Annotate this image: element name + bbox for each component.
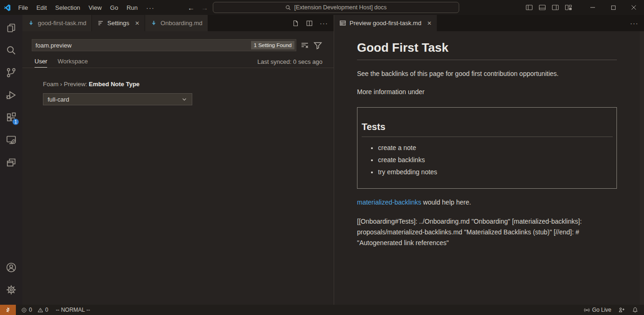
nav-forward-icon[interactable]: → <box>201 4 208 12</box>
last-synced-label: Last synced: 0 secs ago <box>258 58 322 68</box>
vscode-window: File Edit Selection View Go Run ··· ← → … <box>0 0 644 315</box>
embedded-note-list: create a note create backlinks try embed… <box>362 144 613 177</box>
embed-note-type-select[interactable]: full-card <box>43 93 192 105</box>
extensions-icon[interactable]: 1 <box>0 106 22 129</box>
link-references-paragraph: [[Onboarding#Tests]: ../Onboarding.md "O… <box>357 216 617 248</box>
materialized-backlinks-link[interactable]: materialized-backlinks <box>357 199 421 206</box>
menu-selection[interactable]: Selection <box>51 0 84 15</box>
select-value: full-card <box>48 96 69 103</box>
toggle-sidebar-icon[interactable] <box>525 4 533 11</box>
settings-editor: 1 Setting Found User Workspace Last sync… <box>22 31 334 305</box>
menu-file[interactable]: File <box>14 0 32 15</box>
editor-windows-icon[interactable] <box>0 151 22 173</box>
scope-tab-workspace[interactable]: Workspace <box>57 58 88 68</box>
command-center-label: [Extension Development Host] docs <box>294 4 386 11</box>
preview-title: Good First Task <box>357 41 617 55</box>
activity-bar: 1 <box>0 15 22 305</box>
setting-embed-note-type: Foam › Preview: Embed Note Type full-car… <box>22 68 334 105</box>
menu-go[interactable]: Go <box>106 0 122 15</box>
settings-found-badge: 1 Setting Found <box>251 41 294 49</box>
editor-group-left: good-first-task.md Settings ✕ Onboarding… <box>22 15 334 305</box>
menu-view[interactable]: View <box>84 0 106 15</box>
preview-link-paragraph: materialized-backlinks would help here. <box>357 198 617 207</box>
clear-search-icon[interactable] <box>300 41 309 50</box>
warning-count: 0 <box>45 307 49 313</box>
tab-bar-left: good-first-task.md Settings ✕ Onboarding… <box>22 15 334 31</box>
command-center-search[interactable]: [Extension Development Host] docs <box>213 2 459 13</box>
remote-indicator[interactable] <box>0 305 16 315</box>
setting-name: Embed Note Type <box>89 81 140 88</box>
tab-settings[interactable]: Settings ✕ <box>92 15 145 31</box>
embedded-note-card: Tests create a note create backlinks try… <box>357 107 617 189</box>
vscode-logo-icon <box>0 4 14 12</box>
split-editor-icon[interactable] <box>306 20 313 27</box>
filter-icon[interactable] <box>313 41 322 50</box>
close-tab-icon[interactable]: ✕ <box>427 20 432 27</box>
markdown-file-icon <box>28 20 35 27</box>
preview-paragraph: More information under <box>357 87 617 96</box>
embedded-note-title: Tests <box>362 122 613 132</box>
heading-rule <box>357 60 617 60</box>
close-tab-icon[interactable]: ✕ <box>135 20 140 27</box>
minimize-button[interactable] <box>582 0 603 15</box>
search-sidebar-icon[interactable] <box>0 39 22 62</box>
toggle-secondary-sidebar-icon[interactable] <box>552 4 559 11</box>
link-suffix-text: would help here. <box>421 199 471 206</box>
list-item: try embedding notes <box>378 168 613 177</box>
maximize-button[interactable] <box>603 0 623 15</box>
preview-paragraph: See the backlinks of this page for good … <box>357 69 617 78</box>
tab-label: Onboarding.md <box>161 20 203 27</box>
remote-explorer-icon[interactable] <box>0 129 22 151</box>
close-window-button[interactable] <box>623 0 644 15</box>
go-live-button[interactable]: Go Live <box>584 307 611 313</box>
status-bar: 0 0 -- NORMAL -- Go Live <box>0 305 644 315</box>
problems-indicator[interactable]: 0 0 <box>21 307 48 313</box>
run-debug-icon[interactable] <box>0 84 22 106</box>
chevron-down-icon <box>181 96 188 103</box>
heading-rule <box>362 137 613 137</box>
setting-title: Foam › Preview: Embed Note Type <box>43 81 334 88</box>
list-item: create backlinks <box>378 156 613 164</box>
tab-good-first-task[interactable]: good-first-task.md <box>22 15 92 31</box>
setting-category: Foam › Preview: <box>43 81 89 88</box>
tab-preview-good-first-task[interactable]: Preview good-first-task.md ✕ <box>334 15 437 31</box>
warning-icon <box>37 307 43 313</box>
customize-layout-icon[interactable] <box>565 4 572 11</box>
markdown-preview: Good First Task See the backlinks of thi… <box>334 31 644 305</box>
error-icon <box>21 307 27 313</box>
tab-bar-right: Preview good-first-task.md ✕ ··· <box>334 15 644 31</box>
toggle-panel-icon[interactable] <box>539 4 546 11</box>
tab-onboarding[interactable]: Onboarding.md <box>145 15 208 31</box>
tab-label: good-first-task.md <box>38 20 86 27</box>
more-actions-icon[interactable]: ··· <box>630 19 638 27</box>
scope-tab-user[interactable]: User <box>35 58 47 68</box>
title-bar: File Edit Selection View Go Run ··· ← → … <box>0 0 644 15</box>
accounts-icon[interactable] <box>0 256 22 279</box>
broadcast-icon <box>584 307 590 313</box>
settings-editor-icon <box>97 20 104 27</box>
markdown-file-icon <box>150 20 157 27</box>
preview-scrollbar[interactable] <box>640 31 644 305</box>
search-icon <box>285 5 291 11</box>
go-live-label: Go Live <box>592 307 611 313</box>
menu-edit[interactable]: Edit <box>32 0 51 15</box>
notifications-bell-icon[interactable] <box>632 307 638 313</box>
settings-gear-icon[interactable] <box>0 279 22 301</box>
editor-group-right: Preview good-first-task.md ✕ ··· Good Fi… <box>334 15 644 305</box>
list-item: create a note <box>378 144 613 152</box>
preview-icon <box>339 20 346 27</box>
more-actions-icon[interactable]: ··· <box>320 19 328 27</box>
error-count: 0 <box>29 307 32 313</box>
nav-back-icon[interactable]: ← <box>188 4 195 12</box>
extensions-badge: 1 <box>12 118 19 125</box>
explorer-icon[interactable] <box>0 17 22 39</box>
menu-more[interactable]: ··· <box>142 0 159 15</box>
tab-label: Preview good-first-task.md <box>350 20 421 27</box>
tab-label: Settings <box>107 20 129 27</box>
vim-mode-indicator[interactable]: -- NORMAL -- <box>56 307 90 313</box>
feedback-icon[interactable] <box>618 307 625 313</box>
source-control-icon[interactable] <box>0 62 22 84</box>
menu-run[interactable]: Run <box>122 0 142 15</box>
open-changes-icon[interactable] <box>292 20 299 27</box>
